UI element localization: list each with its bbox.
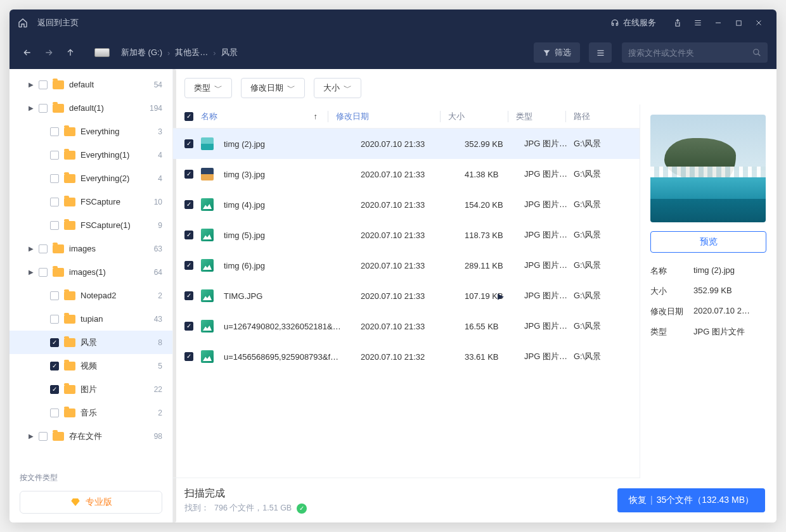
row-checkbox[interactable]	[184, 322, 193, 331]
row-checkbox[interactable]	[184, 231, 193, 239]
meta-size-value: 352.99 KB	[693, 286, 766, 297]
diamond-icon	[70, 497, 81, 507]
breadcrumb-folder1[interactable]: 其他丢…	[172, 46, 210, 60]
checkbox[interactable]	[39, 432, 48, 441]
sidebar-item-count: 194	[147, 104, 162, 113]
nav-up-button[interactable]	[61, 44, 79, 61]
sidebar-item[interactable]: ▶Everything(2)4	[10, 167, 172, 190]
online-service-link[interactable]: 在线服务	[610, 17, 656, 28]
chip-size[interactable]: 大小﹀	[314, 78, 361, 98]
checkbox[interactable]	[50, 408, 59, 417]
table-row[interactable]: timg (2).jpg2020.07.10 21:33352.99 KBJPG…	[173, 129, 640, 159]
checkbox[interactable]	[50, 174, 59, 183]
row-checkbox[interactable]	[184, 261, 193, 270]
breadcrumb-drive[interactable]: 新加卷 (G:)	[119, 46, 165, 60]
recover-button[interactable]: 恢复|35个文件（132.43 MB）	[617, 488, 765, 512]
table-row[interactable]: u=1456568695,925908793&f…2020.07.10 21:3…	[173, 341, 640, 372]
minimize-button[interactable]	[708, 13, 728, 33]
headset-icon	[610, 18, 619, 27]
checkbox[interactable]	[50, 221, 59, 230]
header-type[interactable]: 类型	[516, 111, 565, 122]
sidebar-item[interactable]: ▶图片22	[10, 377, 172, 401]
maximize-button[interactable]	[728, 13, 749, 33]
sidebar-item[interactable]: ▶Everything(1)4	[10, 143, 172, 167]
sidebar-item[interactable]: ▶风景8	[10, 331, 172, 354]
sidebar-item[interactable]: ▶音乐2	[10, 401, 172, 424]
sidebar-item-count: 3	[147, 127, 162, 136]
checkbox[interactable]	[50, 315, 59, 324]
checkbox[interactable]	[50, 385, 59, 394]
sidebar-item[interactable]: ▶images63	[10, 237, 172, 260]
menu-icon[interactable]	[688, 13, 708, 33]
expand-arrow-icon[interactable]: ▶	[29, 104, 39, 111]
expand-arrow-icon[interactable]: ▶	[29, 81, 39, 88]
sidebar-item[interactable]: ▶视频5	[10, 354, 172, 377]
checkbox[interactable]	[39, 244, 48, 253]
sidebar-item[interactable]: ▶FSCapture10	[10, 190, 172, 213]
search-icon[interactable]	[752, 48, 761, 57]
meta-type-value: JPG 图片文件	[693, 326, 766, 338]
sidebar-item[interactable]: ▶FSCapture(1)9	[10, 213, 172, 237]
checkbox[interactable]	[39, 80, 48, 89]
row-checkbox[interactable]	[184, 352, 193, 361]
row-checkbox[interactable]	[184, 170, 193, 179]
row-checkbox[interactable]	[184, 139, 193, 148]
folder-icon	[53, 268, 64, 277]
checkbox[interactable]	[39, 268, 48, 277]
view-toggle-button[interactable]	[589, 42, 612, 63]
table-row[interactable]: TIMG.JPG2020.07.10 21:33107.19 KBJPG 图片……	[173, 281, 640, 311]
table-row[interactable]: timg (4).jpg2020.07.10 21:33154.20 KBJPG…	[173, 189, 640, 220]
expand-arrow-icon[interactable]: ▶	[29, 245, 39, 252]
header-name[interactable]: 名称↑	[201, 111, 328, 122]
breadcrumb-folder2[interactable]: 风景	[219, 46, 240, 60]
table-row[interactable]: u=1267490802,3326052181&…2020.07.10 21:3…	[173, 311, 640, 341]
folder-tree[interactable]: ▶default54▶default(1)194▶Everything3▶Eve…	[10, 69, 172, 465]
header-path[interactable]: 路径	[574, 111, 628, 122]
by-file-type-link[interactable]: 按文件类型	[20, 472, 162, 483]
row-checkbox[interactable]	[184, 200, 193, 209]
sidebar-item[interactable]: ▶存在文件98	[10, 424, 172, 448]
expand-arrow-icon[interactable]: ▶	[29, 269, 39, 276]
filter-button[interactable]: 筛选	[534, 42, 580, 63]
sidebar-item[interactable]: ▶images(1)64	[10, 260, 172, 284]
file-type: JPG 图片…	[524, 168, 574, 180]
header-checkbox[interactable]	[184, 112, 193, 121]
header-date[interactable]: 修改日期	[336, 111, 440, 122]
chevron-down-icon: ﹀	[344, 82, 352, 94]
file-thumbnail-icon	[201, 168, 214, 180]
close-button[interactable]	[749, 13, 769, 33]
sidebar-item[interactable]: ▶default(1)194	[10, 96, 172, 120]
checkbox[interactable]	[39, 104, 48, 113]
checkbox[interactable]	[50, 338, 59, 347]
checkbox[interactable]	[50, 127, 59, 136]
sidebar-item[interactable]: ▶Notepad22	[10, 284, 172, 307]
folder-icon	[53, 244, 64, 253]
share-icon[interactable]	[667, 13, 688, 33]
sidebar-item[interactable]: ▶Everything3	[10, 120, 172, 143]
header-size[interactable]: 大小	[448, 111, 508, 122]
home-icon[interactable]	[17, 17, 29, 28]
table-row[interactable]: timg (5).jpg2020.07.10 21:33118.73 KBJPG…	[173, 220, 640, 250]
checkbox[interactable]	[50, 198, 59, 206]
file-date: 2020.07.10 21:33	[361, 139, 465, 149]
preview-button[interactable]: 预览	[650, 231, 766, 253]
sidebar-item[interactable]: ▶default54	[10, 73, 172, 96]
search-box[interactable]	[622, 42, 768, 63]
checkbox[interactable]	[50, 362, 59, 370]
checkbox[interactable]	[50, 291, 59, 300]
file-name: timg (2).jpg	[224, 139, 361, 149]
chip-type[interactable]: 类型﹀	[184, 78, 232, 98]
table-row[interactable]: timg (3).jpg2020.07.10 21:3341.38 KBJPG …	[173, 159, 640, 189]
table-row[interactable]: timg (6).jpg2020.07.10 21:33289.11 KBJPG…	[173, 250, 640, 281]
expand-arrow-icon[interactable]: ▶	[29, 433, 39, 440]
nav-forward-button[interactable]	[40, 44, 58, 61]
sidebar-item[interactable]: ▶tupian43	[10, 307, 172, 331]
pro-button[interactable]: 专业版	[20, 491, 162, 514]
row-checkbox[interactable]	[184, 291, 193, 300]
checkbox[interactable]	[50, 151, 59, 160]
back-to-home-link[interactable]: 返回到主页	[37, 17, 79, 28]
chip-date[interactable]: 修改日期﹀	[241, 78, 305, 98]
sidebar-item-count: 9	[147, 221, 162, 230]
nav-back-button[interactable]	[18, 44, 36, 61]
search-input[interactable]	[628, 48, 752, 58]
